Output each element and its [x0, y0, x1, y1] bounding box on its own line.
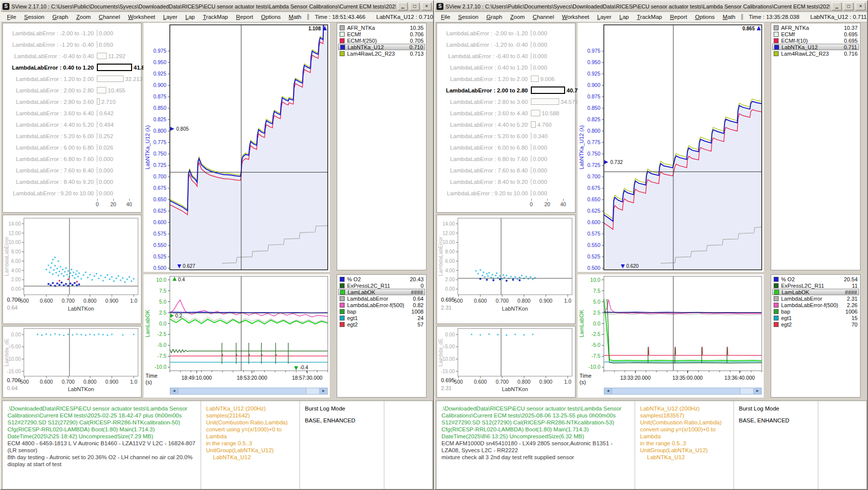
- legend-row-labntka-u12[interactable]: LabNTKa_U120.710: [338, 44, 425, 50]
- histogram-row[interactable]: LambdaLabError : 7.60 to 8.400.000: [437, 164, 575, 176]
- legend-row-labntka-u12[interactable]: LabNTKa_U120.711: [772, 44, 859, 50]
- histogram-row[interactable]: LambdaLabError : 5.20 to 6.000.340: [437, 130, 575, 142]
- histogram-row[interactable]: LambdaLabError : 8.40 to 9.200.000: [3, 176, 141, 187]
- scroll-left-arrow[interactable]: ◄: [170, 388, 178, 394]
- histogram-row[interactable]: LambdaLabError : 6.80 to 7.600.000: [437, 153, 575, 164]
- legend-row-ecmf[interactable]: ECMf0.695: [772, 31, 859, 37]
- legend-row-expressl2c-r11[interactable]: ExPressL2C_R110: [338, 282, 425, 289]
- scroll-left-arrow[interactable]: ◄: [604, 388, 612, 394]
- histogram-row[interactable]: LambdaLabError : 9.20 to 10.000.000: [3, 187, 141, 199]
- legend-row-lambdalaberror[interactable]: LambdaLabError2.31: [772, 295, 859, 302]
- menu-item-layer[interactable]: Layer: [593, 13, 615, 21]
- minimize-button[interactable]: ▁: [832, 2, 842, 10]
- lower-chart-panel[interactable]: 10.07.55.02.50.0-2.5-5.0-7.5-10.0LamLabO…: [144, 274, 330, 398]
- menu-item-worksheet[interactable]: Worksheet: [124, 13, 159, 21]
- legend-row-lambdalaberror[interactable]: LambdaLabError0.64: [338, 295, 425, 302]
- histogram-row[interactable]: LambdaLabError : 9.20 to 10.000.000: [437, 187, 575, 199]
- error-scatter-plot[interactable]: 14.0012.0010.008.006.004.002.000.005000.…: [3, 215, 141, 324]
- menu-item-layer[interactable]: Layer: [159, 13, 181, 21]
- menu-item-channel[interactable]: Channel: [529, 13, 558, 21]
- histogram-row[interactable]: LambdaLabError : 1.20 to 2.009.006: [437, 73, 575, 84]
- error-scatter-plot[interactable]: 14.0012.0010.008.006.004.002.000.005000.…: [437, 215, 575, 324]
- legend-row-lam4rawl2c-r23[interactable]: Lam4RawL2C_R230.713: [338, 50, 425, 57]
- menu-item-math[interactable]: Math: [719, 13, 739, 21]
- menu-item-math[interactable]: Math: [285, 13, 305, 21]
- scroll-right-arrow[interactable]: ►: [319, 388, 327, 394]
- histogram-row[interactable]: LambdaLabError : 6.80 to 7.600.000: [3, 153, 141, 164]
- histogram-row[interactable]: LambdaLabError : 4.40 to 5.200.494: [3, 119, 141, 130]
- maximize-button[interactable]: ▢: [844, 2, 854, 10]
- histogram-row[interactable]: LambdaLabError : -2.00 to -1.200.000: [3, 27, 141, 39]
- scroll-track-gap[interactable]: [306, 388, 319, 394]
- menu-item-zoom[interactable]: Zoom: [72, 13, 94, 21]
- histogram-row[interactable]: LambdaLabError : 0.40 to 1.200.000: [437, 62, 575, 73]
- histogram-row[interactable]: LambdaLabError : 2.80 to 3.602.710: [3, 96, 141, 107]
- menu-item-file[interactable]: File: [3, 13, 20, 21]
- histogram-row[interactable]: LambdaLabError : -1.20 to -0.400.000: [437, 39, 575, 50]
- error-scatter-panel[interactable]: 14.0012.0010.008.006.004.002.000.005000.…: [2, 215, 142, 324]
- lamlabok-time-chart[interactable]: 10.07.55.02.50.0-2.5-5.0-7.5-10.0LamLabO…: [144, 274, 330, 386]
- menu-item-file[interactable]: File: [437, 13, 454, 21]
- delta-scatter-panel[interactable]: 0.00-5.00-10.00-15.005000.6000.7000.8000…: [2, 326, 142, 398]
- delta-scatter-plot[interactable]: 0.00-5.00-10.00-15.005000.6000.7000.8000…: [3, 327, 141, 397]
- legend-row-bap[interactable]: bap1008: [338, 308, 425, 315]
- menu-item-options[interactable]: Options: [257, 13, 285, 21]
- legend-row-egt1[interactable]: egt115: [772, 315, 859, 321]
- menu-item-trackmap[interactable]: TrackMap: [633, 13, 666, 21]
- horizontal-scrollbar[interactable]: ◄ ►: [604, 388, 762, 395]
- delta-scatter-plot[interactable]: 0.00-5.00-10.00-15.005000.6000.7000.8000…: [437, 327, 575, 397]
- histogram-row[interactable]: LambdaLabError : 3.60 to 4.4010.588: [437, 107, 575, 119]
- menu-item-session[interactable]: Session: [20, 13, 49, 21]
- maximize-button[interactable]: ▢: [410, 2, 420, 10]
- scroll-thumb[interactable]: [612, 388, 740, 394]
- close-button[interactable]: ✕: [422, 2, 432, 10]
- legend-row-ecmf[interactable]: ECMf0.706: [338, 31, 425, 37]
- scroll-track-gap[interactable]: [740, 388, 753, 394]
- legend-row-expressl2c-r11[interactable]: ExPressL2C_R1111: [772, 282, 859, 289]
- horizontal-scrollbar[interactable]: ◄ ►: [170, 388, 328, 395]
- legend-row-lamlabok[interactable]: LamLabOK####: [338, 289, 425, 295]
- lambda-time-chart[interactable]: 0.9750.9500.9250.9000.8750.8500.8250.800…: [144, 23, 330, 272]
- histogram-row[interactable]: LambdaLabError : -2.00 to -1.200.000: [437, 27, 575, 39]
- legend-row-lamlabok[interactable]: LamLabOK####: [772, 289, 859, 295]
- histogram-row[interactable]: LambdaLabError : -1.20 to -0.400.050: [3, 39, 141, 50]
- legend-row-lambdalaberror-f-500-[interactable]: LambdaLabError-f(500)0.82: [338, 302, 425, 308]
- menu-item-lap[interactable]: Lap: [615, 13, 633, 21]
- menu-item-lap[interactable]: Lap: [181, 13, 199, 21]
- histogram-row[interactable]: LambdaLabError : 0.40 to 1.2041.865: [3, 62, 141, 73]
- legend-row-egt2[interactable]: egt270: [772, 321, 859, 327]
- scroll-right-arrow[interactable]: ►: [753, 388, 761, 394]
- menu-item-worksheet[interactable]: Worksheet: [558, 13, 593, 21]
- menu-item-channel[interactable]: Channel: [95, 13, 124, 21]
- menu-item-trackmap[interactable]: TrackMap: [199, 13, 232, 21]
- legend-row-ecmf-f-250-[interactable]: ECMf-f(250)0.705: [338, 37, 425, 44]
- scroll-thumb[interactable]: [178, 388, 306, 394]
- histogram-row[interactable]: LambdaLabError : 4.40 to 5.204.760: [437, 119, 575, 130]
- legend-row-lambdalaberror-f-500-[interactable]: LambdaLabError-f(500)2.26: [772, 302, 859, 308]
- menu-item-graph[interactable]: Graph: [482, 13, 506, 21]
- histogram-row[interactable]: LambdaLabError : 7.60 to 8.400.000: [3, 164, 141, 176]
- histogram-row[interactable]: LambdaLabError : 2.80 to 3.6034.573: [437, 96, 575, 107]
- histogram-row[interactable]: LambdaLabError : 5.20 to 6.000.252: [3, 130, 141, 142]
- menu-item-report[interactable]: Report: [232, 13, 257, 21]
- main-chart-panel[interactable]: 0.9750.9500.9250.9000.8750.8500.8250.800…: [578, 23, 764, 272]
- close-button[interactable]: ✕: [856, 2, 866, 10]
- lower-chart-panel[interactable]: 10.07.55.02.50.0-2.5-5.0-7.5-10.0LamLabO…: [578, 274, 764, 398]
- legend-row-egt2[interactable]: egt257: [338, 321, 425, 327]
- histogram-row[interactable]: LambdaLabError : 6.00 to 6.800.026: [3, 142, 141, 153]
- titlebar[interactable]: S SView 2.17.10 : C:\Users\Public\Docume…: [435, 1, 867, 12]
- menu-item-report[interactable]: Report: [666, 13, 691, 21]
- delta-scatter-panel[interactable]: 0.00-5.00-10.00-15.005000.6000.7000.8000…: [436, 326, 576, 398]
- histogram-row[interactable]: LambdaLabError : -0.40 to 0.400.000: [437, 50, 575, 62]
- legend-row--o2[interactable]: % O220.54: [772, 276, 859, 282]
- legend-row-bap[interactable]: bap1006: [772, 308, 859, 315]
- legend-row-egt1[interactable]: egt124: [338, 315, 425, 321]
- menu-item-zoom[interactable]: Zoom: [506, 13, 528, 21]
- legend-row-lam4rawl2c-r23[interactable]: Lam4RawL2C_R230.716: [772, 50, 859, 57]
- menu-item-options[interactable]: Options: [691, 13, 719, 21]
- error-scatter-panel[interactable]: 14.0012.0010.008.006.004.002.000.005000.…: [436, 215, 576, 324]
- histogram-row[interactable]: LambdaLabError : -0.40 to 0.4011.292: [3, 50, 141, 62]
- menu-item-graph[interactable]: Graph: [48, 13, 72, 21]
- menu-item-session[interactable]: Session: [454, 13, 483, 21]
- legend-row--o2[interactable]: % O220.43: [338, 276, 425, 282]
